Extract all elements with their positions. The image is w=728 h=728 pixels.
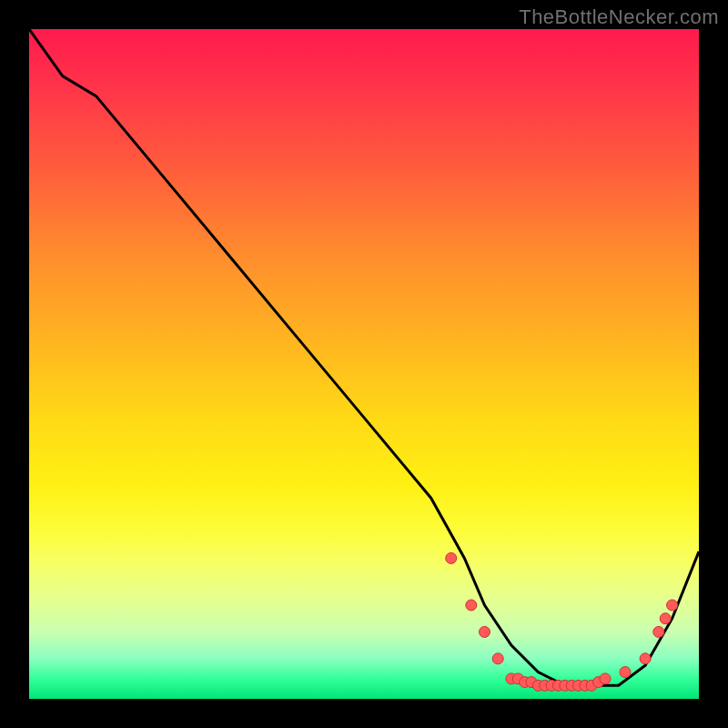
chart-svg	[29, 29, 699, 699]
curve-path-group	[29, 29, 699, 685]
marker-dot	[620, 667, 631, 678]
marker-dot	[586, 680, 597, 691]
marker-dot	[660, 613, 671, 624]
marker-dot	[653, 626, 664, 637]
chart-frame: TheBottleNecker.com	[0, 0, 728, 728]
marker-dot	[466, 600, 477, 611]
marker-dot	[520, 677, 531, 688]
watermark-text: TheBottleNecker.com	[519, 5, 719, 29]
marker-dot	[532, 680, 543, 691]
marker-dot	[546, 680, 557, 691]
marker-dot	[512, 673, 523, 684]
marker-dot	[593, 677, 604, 688]
marker-dot	[552, 680, 563, 691]
marker-dot	[446, 552, 457, 563]
curve-path	[29, 29, 699, 685]
plot-area	[29, 29, 699, 699]
marker-dot	[580, 680, 591, 691]
marker-dot	[492, 653, 503, 664]
marker-group	[446, 552, 678, 691]
marker-dot	[526, 677, 537, 688]
marker-dot	[667, 600, 678, 611]
marker-dot	[506, 673, 517, 684]
marker-dot	[600, 673, 611, 684]
marker-dot	[566, 680, 577, 691]
marker-dot	[540, 680, 551, 691]
marker-dot	[640, 653, 651, 664]
marker-dot	[560, 680, 571, 691]
marker-dot	[573, 680, 584, 691]
marker-dot	[480, 626, 490, 637]
